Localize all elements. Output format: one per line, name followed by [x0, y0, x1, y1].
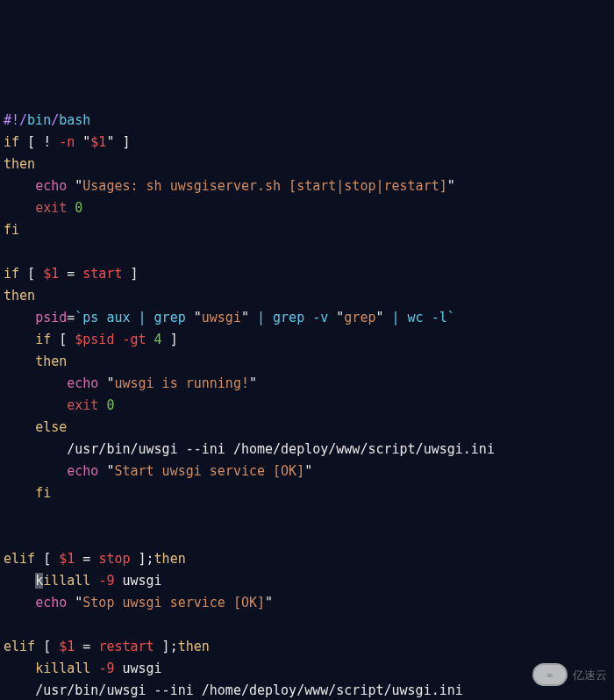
line: then	[4, 288, 35, 304]
line: if [ ! -n "$1" ]	[4, 134, 131, 150]
line: exit 0	[4, 397, 114, 413]
line: #!/bin/bash	[4, 112, 90, 128]
watermark: ∞ 亿速云	[532, 663, 607, 686]
watermark-text: 亿速云	[573, 664, 607, 686]
line: psid=`ps aux | grep "uwsgi" | grep -v "g…	[4, 310, 455, 325]
line: if [ $1 = start ]	[4, 266, 139, 282]
line: echo "Start uwsgi service [OK]"	[4, 463, 312, 479]
line: killall -9 uwsgi	[4, 661, 162, 676]
line	[4, 529, 11, 545]
line: echo "Stop uwsgi service [OK]"	[4, 595, 273, 611]
code-block: #!/bin/bash if [ ! -n "$1" ] then echo "…	[4, 88, 610, 700]
line: elif [ $1 = stop ];then	[4, 551, 186, 567]
watermark-logo-icon: ∞	[532, 663, 568, 686]
line	[4, 617, 11, 632]
line: fi	[4, 222, 19, 238]
line: echo "uwsgi is running!"	[4, 375, 257, 391]
line: then	[4, 156, 35, 172]
line: if [ $psid -gt 4 ]	[4, 332, 178, 347]
line: then	[4, 354, 67, 369]
line: elif [ $1 = restart ];then	[4, 639, 210, 654]
line: else	[4, 419, 67, 435]
cursor: k	[35, 573, 43, 589]
line: echo "Usages: sh uwsgiserver.sh [start|s…	[4, 178, 455, 194]
line: /usr/bin/uwsgi --ini /home/deploy/www/sc…	[4, 441, 495, 457]
line: killall -9 uwsgi	[4, 573, 162, 589]
line: exit 0	[4, 200, 82, 216]
line: /usr/bin/uwsgi --ini /home/deploy/www/sc…	[4, 682, 463, 698]
line: fi	[4, 485, 51, 501]
line	[4, 507, 11, 523]
line	[4, 244, 11, 260]
